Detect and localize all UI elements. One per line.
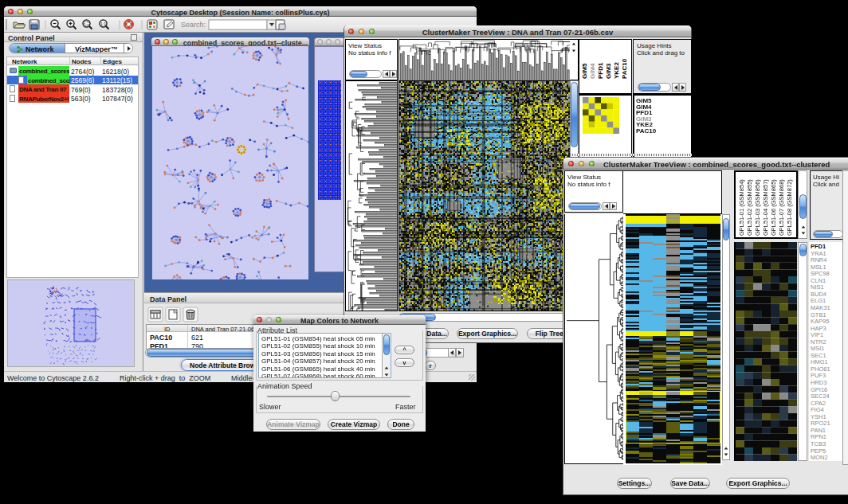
svg-text:Search:: Search:: [181, 21, 206, 29]
svg-text:1:1: 1:1: [100, 21, 106, 26]
